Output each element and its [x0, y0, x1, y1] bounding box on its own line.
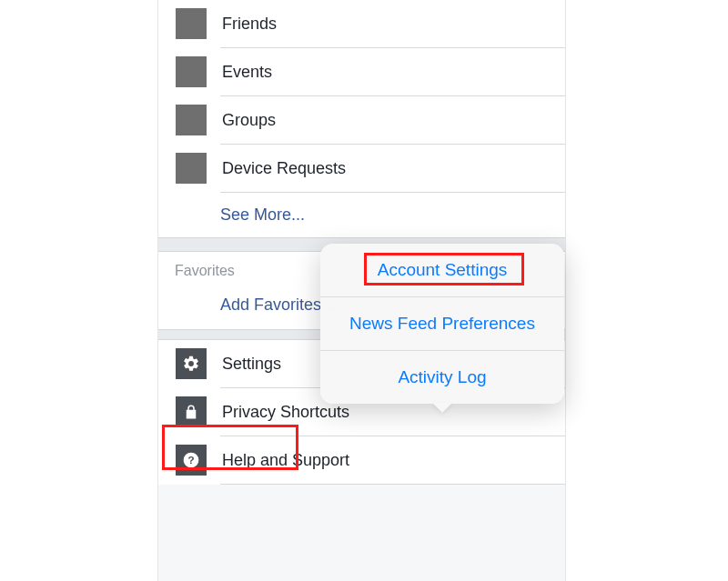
- popover-item-label: Activity Log: [398, 367, 486, 386]
- menu-item-groups[interactable]: Groups: [158, 96, 565, 144]
- device-requests-icon: [175, 152, 207, 185]
- help-support-row[interactable]: ? Help and Support: [158, 436, 565, 484]
- popover-item-label: Account Settings: [378, 260, 508, 279]
- see-more-link[interactable]: See More...: [158, 193, 565, 237]
- settings-label: Settings: [222, 355, 281, 374]
- divider: [220, 484, 565, 485]
- menu-item-label: Groups: [222, 111, 276, 130]
- menu-item-friends[interactable]: Friends: [158, 0, 565, 47]
- privacy-label: Privacy Shortcuts: [222, 403, 349, 422]
- menu-list: Friends Events Groups Device Requests Se…: [158, 0, 565, 237]
- screenshot-frame: Friends Events Groups Device Requests Se…: [0, 0, 728, 581]
- events-icon: [175, 55, 207, 88]
- lock-icon: [175, 396, 207, 428]
- menu-item-label: Device Requests: [222, 159, 346, 178]
- popover-item-label: News Feed Preferences: [349, 314, 535, 333]
- popover-news-feed-preferences[interactable]: News Feed Preferences: [320, 297, 564, 350]
- menu-item-events[interactable]: Events: [158, 48, 565, 95]
- help-label: Help and Support: [222, 451, 349, 470]
- gear-icon: [175, 347, 207, 380]
- friends-icon: [175, 7, 207, 40]
- menu-item-label: Events: [222, 63, 272, 82]
- svg-text:?: ?: [187, 454, 194, 466]
- menu-item-device-requests[interactable]: Device Requests: [158, 145, 565, 192]
- popover-activity-log[interactable]: Activity Log: [320, 351, 564, 404]
- menu-item-label: Friends: [222, 15, 277, 34]
- popover-arrow: [432, 403, 452, 413]
- popover-account-settings[interactable]: Account Settings: [320, 244, 564, 296]
- settings-popover: Account Settings News Feed Preferences A…: [320, 244, 564, 404]
- help-icon: ?: [175, 444, 207, 476]
- groups-icon: [175, 104, 207, 136]
